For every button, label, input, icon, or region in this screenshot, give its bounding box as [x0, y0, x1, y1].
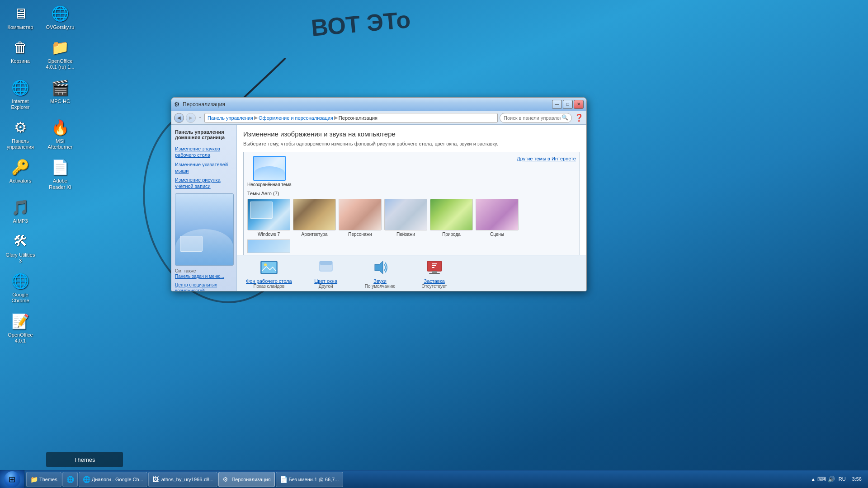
theme-item-win7[interactable]: Windows 7 — [247, 199, 290, 237]
svg-rect-10 — [432, 271, 437, 273]
forward-button[interactable]: ▶ — [186, 113, 196, 123]
sidebar-link-desktop-icons[interactable]: Изменение значков рабочего стола — [175, 145, 233, 159]
mpchc-icon: 🎬 — [51, 79, 69, 97]
maximize-button[interactable]: □ — [563, 100, 573, 109]
taskbar-item-ie[interactable]: 🌐 — [62, 472, 78, 487]
theme-item-chars[interactable]: Персонажи — [339, 199, 382, 237]
svg-rect-6 — [320, 261, 332, 265]
dialogs-taskbar-icon: 🌐 — [83, 476, 90, 483]
glary-icon: 🛠 — [11, 232, 29, 250]
theme-name-landscape: Пейзажи — [396, 232, 415, 237]
desktop-icon-glary[interactable]: 🛠 Glary Utilities 3 — [5, 232, 36, 264]
desktop-icon-recycle[interactable]: 🗑 Корзина — [5, 38, 36, 70]
theme-item-nature[interactable]: Природа — [430, 199, 473, 237]
wallpaper-label[interactable]: Фон рабочего стола — [246, 278, 292, 284]
close-button[interactable]: ✕ — [574, 100, 584, 109]
desktop-icon-ie[interactable]: 🌐 Internet Explorer — [5, 79, 36, 110]
sidebar-link-accessibility[interactable]: Центр специальных возможностей — [175, 282, 233, 291]
tray-lang: RU — [839, 476, 846, 482]
address-bar: ◀ ▶ ↑ Панель управления ▶ Оформление и п… — [171, 111, 586, 125]
openoffice2-icon: 📝 — [11, 312, 29, 330]
theme-item-landscape[interactable]: Пейзажи — [384, 199, 427, 237]
window-titlebar: ⚙ Персонализация — □ ✕ — [171, 98, 586, 111]
svg-marker-7 — [375, 261, 383, 274]
desktop-icon-adobe[interactable]: 📄 Adobe Reader XI — [44, 158, 76, 190]
title-buttons: — □ ✕ — [552, 100, 584, 109]
desktop-icon-activators[interactable]: 🔑 Activators — [5, 158, 36, 190]
desktop-icon-openoffice2[interactable]: 📝 OpenOffice 4.0.1 — [5, 312, 36, 344]
personalization-taskbar-label: Персонализация — [231, 477, 270, 482]
search-container: 🔍 — [500, 113, 572, 123]
desktop-icon-chrome[interactable]: 🌐 Google Chrome — [5, 272, 36, 304]
taskbar-item-dialogs[interactable]: 🌐 Диалоги - Google Ch... — [79, 472, 147, 487]
bottom-window-color[interactable]: Цвет окна Другой — [306, 258, 346, 289]
system-clock[interactable]: 3:56 — [849, 476, 864, 483]
up-button[interactable]: ↑ — [198, 114, 203, 122]
window-body: Панель управления домашняя страница Изме… — [171, 125, 586, 291]
start-orb-icon: ⊞ — [4, 471, 20, 488]
ovgorsky-icon: 🌐 — [51, 5, 69, 23]
screensaver-icon — [425, 258, 444, 277]
window-color-sublabel: Другой — [319, 284, 333, 289]
taskbar-tray: ▲ ⌨ 🔊 RU 3:56 — [807, 476, 868, 483]
desktop-icon-control[interactable]: ⚙ Панель управления — [5, 118, 36, 150]
sidebar-link-account-picture[interactable]: Изменение рисунка учётной записи — [175, 177, 233, 190]
theme-thumbnail-nature — [430, 199, 473, 230]
minimize-button[interactable]: — — [552, 100, 562, 109]
bottom-sounds[interactable]: Звуки По умолчанию — [360, 258, 401, 289]
search-icon: 🔍 — [561, 114, 568, 121]
theme-item-scenes[interactable]: Сцены — [476, 199, 519, 237]
activators-icon: 🔑 — [11, 158, 29, 176]
screensaver-label[interactable]: Заставка — [424, 278, 445, 284]
recycle-label: Корзина — [11, 58, 30, 64]
breadcrumb-appearance[interactable]: Оформление и персонализация — [259, 115, 333, 121]
wallpaper-icon — [259, 258, 279, 277]
desktop-icon-ovgorsky[interactable]: 🌐 OVGorsky.ru — [44, 5, 76, 30]
main-area: Изменение изображения и звука на компьют… — [237, 125, 586, 291]
msi-label: MSI Afterburner — [44, 138, 76, 150]
internet-themes-link[interactable]: Другие темы в Интернете — [517, 156, 576, 161]
theme-name-arch: Архитектура — [302, 232, 328, 237]
desktop-icons-container: 🖥 Компьютер 🌐 OVGorsky.ru 🗑 Корзина 📁 Op… — [5, 5, 76, 344]
openoffice-folder-label: OpenOffice 4.0.1 (ru) 1... — [44, 58, 76, 70]
svg-rect-3 — [262, 262, 276, 273]
back-button[interactable]: ◀ — [174, 113, 184, 123]
bottom-screensaver[interactable]: Заставка Отсутствует — [414, 258, 455, 289]
taskbar-item-athos[interactable]: 🖼 athos_by_ury1966-d8... — [148, 472, 218, 487]
unnamed-taskbar-icon: 📄 — [280, 476, 287, 483]
sidebar-link-taskbar[interactable]: Панель задач и меню... — [175, 273, 233, 279]
unnamed-taskbar-label: Без имени-1 @ 66,7... — [289, 477, 339, 482]
bottom-wallpaper[interactable]: Фон рабочего стола Показ слайдов — [246, 258, 292, 289]
aimp-icon: 🎵 — [11, 198, 29, 216]
theme-thumbnail-chars — [339, 199, 382, 230]
sidebar: Панель управления домашняя страница Изме… — [171, 125, 237, 291]
mpchc-label: MPC-HC — [50, 99, 70, 104]
desktop-icon-msi[interactable]: 🔥 MSI Afterburner — [44, 118, 76, 150]
window-color-label[interactable]: Цвет окна — [314, 278, 337, 284]
taskbar-item-personalization[interactable]: ⚙ Персонализация — [218, 472, 274, 487]
desktop-icon-openoffice-folder[interactable]: 📁 OpenOffice 4.0.1 (ru) 1... — [44, 38, 76, 70]
tray-expand-icon[interactable]: ▲ — [811, 477, 816, 482]
main-subtitle: Выберите тему, чтобы одновременно измени… — [243, 141, 580, 147]
desktop-icon-aimp[interactable]: 🎵 AIMP3 — [5, 198, 36, 224]
breadcrumb-control-panel[interactable]: Панель управления — [208, 115, 253, 121]
theme-thumbnail-arch — [293, 199, 336, 230]
help-button[interactable]: ❓ — [575, 113, 584, 122]
theme-item-arch[interactable]: Архитектура — [293, 199, 336, 237]
start-button[interactable]: ⊞ — [0, 470, 24, 488]
sidebar-title: Панель управления домашняя страница — [175, 129, 233, 140]
search-input[interactable] — [500, 113, 572, 123]
themes-scroll-area[interactable]: Другие темы в Интернете Несохранённая те… — [243, 152, 580, 255]
personalization-window: ⚙ Персонализация — □ ✕ ◀ ▶ ↑ Панель упра… — [171, 97, 587, 291]
computer-label: Компьютер — [8, 24, 33, 30]
themes-row: Windows 7 Архитектура Персонажи Пей — [247, 199, 576, 237]
tray-volume-icon[interactable]: 🔊 — [828, 476, 835, 483]
sounds-label[interactable]: Звуки — [373, 278, 387, 284]
desktop-icon-mpchc[interactable]: 🎬 MPC-HC — [44, 79, 76, 110]
taskbar-item-themes[interactable]: 📁 Themes — [26, 472, 61, 487]
taskbar-item-unnamed[interactable]: 📄 Без имени-1 @ 66,7... — [276, 472, 343, 487]
desktop-icon-computer[interactable]: 🖥 Компьютер — [5, 5, 36, 30]
sidebar-see-also: См. также — [175, 268, 233, 273]
sidebar-link-mouse-pointers[interactable]: Изменение указателей мыши — [175, 161, 233, 174]
unsaved-theme-item[interactable]: Несохранённая тема — [247, 156, 292, 187]
